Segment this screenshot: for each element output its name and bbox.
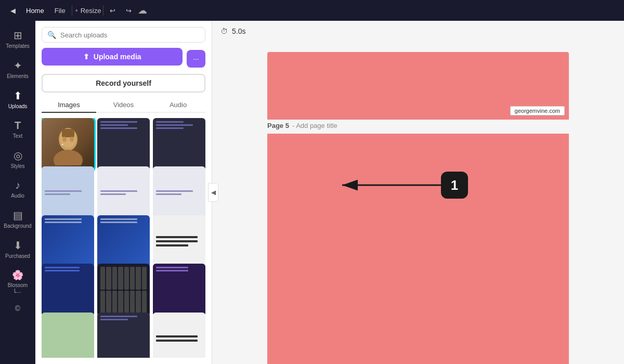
upload-panel: 🔍 ⬆ Upload media ··· Record yourself bbox=[35, 21, 212, 364]
more-options-button[interactable]: ··· bbox=[187, 50, 205, 68]
upload-label: Upload media bbox=[94, 53, 141, 61]
media-tabs: Images Videos Audio bbox=[42, 98, 205, 113]
purchased-label: Purchased bbox=[5, 253, 30, 259]
list-item[interactable] bbox=[153, 313, 205, 358]
more-options-icon: ··· bbox=[193, 55, 199, 63]
sidebar-item-purchased[interactable]: ⬇ Purchased bbox=[3, 235, 33, 263]
audio-icon: ♪ bbox=[15, 179, 20, 191]
icon-sidebar: ⊞ Templates ✦ Elements ⬆ Uploads T Text … bbox=[0, 21, 35, 364]
list-item[interactable]: ⬝ bbox=[42, 118, 94, 171]
background-label: Background bbox=[4, 223, 31, 229]
back-button[interactable]: ◀ bbox=[6, 5, 20, 17]
list-item[interactable] bbox=[97, 118, 150, 171]
templates-label: Templates bbox=[6, 43, 30, 49]
panel-collapse-button[interactable]: ◀ bbox=[208, 183, 218, 202]
sidebar-item-text[interactable]: T Text bbox=[3, 115, 33, 143]
list-item[interactable] bbox=[97, 166, 150, 219]
sidebar-item-audio[interactable]: ♪ Audio bbox=[3, 175, 33, 203]
page-label: Page 5 - Add page title bbox=[267, 122, 569, 129]
file-button[interactable]: File bbox=[50, 5, 70, 17]
thumbnail-screen5 bbox=[97, 313, 150, 358]
sidebar-item-background[interactable]: ▤ Background bbox=[3, 205, 33, 233]
topbar-nav: ◀ Home File ✦ Resize ↩ ↪ ☁ bbox=[6, 5, 147, 17]
upload-row: ⬆ Upload media ··· bbox=[42, 48, 205, 70]
thumbnail-gradient1 bbox=[42, 215, 94, 268]
thumbnail-light1 bbox=[42, 166, 94, 219]
elements-label: Elements bbox=[7, 73, 29, 79]
sidebar-item-uploads[interactable]: ⬆ Uploads bbox=[3, 85, 33, 113]
back-icon: ◀ bbox=[10, 7, 16, 15]
topbar: ◀ Home File ✦ Resize ↩ ↪ ☁ bbox=[0, 0, 624, 21]
redo-button[interactable]: ↪ bbox=[122, 5, 136, 17]
thumbnail-purple bbox=[153, 264, 205, 316]
list-item[interactable] bbox=[153, 166, 205, 219]
undo-button[interactable]: ↩ bbox=[106, 5, 120, 17]
list-item[interactable] bbox=[42, 264, 94, 316]
list-item[interactable] bbox=[42, 215, 94, 268]
list-item[interactable] bbox=[97, 215, 150, 268]
list-item[interactable] bbox=[153, 215, 205, 268]
sidebar-item-more[interactable]: © bbox=[3, 300, 33, 317]
upload-panel-wrapper: 🔍 ⬆ Upload media ··· Record yourself bbox=[35, 21, 212, 364]
watermark-text: georgemvine.com bbox=[510, 106, 565, 115]
page-number: Page 5 bbox=[267, 122, 289, 129]
text-icon: T bbox=[15, 120, 21, 132]
audio-label: Audio bbox=[11, 193, 24, 199]
resize-control[interactable]: ✦ Resize bbox=[74, 7, 101, 15]
upload-media-button[interactable]: ⬆ Upload media bbox=[42, 48, 183, 66]
cloud-icon: ☁ bbox=[138, 5, 147, 16]
tab-images[interactable]: Images bbox=[42, 98, 96, 113]
more-icon: © bbox=[15, 304, 20, 313]
styles-icon: ◎ bbox=[14, 149, 22, 162]
search-icon: 🔍 bbox=[47, 31, 56, 39]
svg-rect-3 bbox=[62, 129, 74, 137]
list-item[interactable] bbox=[153, 118, 205, 171]
sidebar-item-styles[interactable]: ◎ Styles bbox=[3, 145, 33, 173]
list-item[interactable] bbox=[97, 264, 150, 316]
home-label: Home bbox=[26, 7, 44, 15]
topbar-actions: ☁ bbox=[138, 5, 147, 16]
home-button[interactable]: Home bbox=[22, 5, 48, 17]
sidebar-item-blossom[interactable]: 🌸 Blossom L... bbox=[3, 265, 33, 298]
blossom-label: Blossom L... bbox=[5, 282, 31, 294]
resize-label: Resize bbox=[81, 7, 101, 15]
tab-videos[interactable]: Videos bbox=[96, 98, 151, 112]
separator bbox=[72, 5, 72, 16]
tab-audio[interactable]: Audio bbox=[151, 98, 205, 112]
sidebar-item-elements[interactable]: ✦ Elements bbox=[3, 55, 33, 83]
list-item[interactable] bbox=[97, 313, 150, 358]
thumbnail-light2 bbox=[97, 166, 150, 219]
list-item[interactable] bbox=[153, 264, 205, 316]
page-canvas-bottom[interactable] bbox=[267, 134, 569, 364]
list-item[interactable] bbox=[42, 166, 94, 219]
elements-icon: ✦ bbox=[14, 59, 22, 72]
thumbnail-gradient2 bbox=[97, 215, 150, 268]
main-layout: ⊞ Templates ✦ Elements ⬆ Uploads T Text … bbox=[0, 21, 624, 364]
search-input[interactable] bbox=[60, 31, 200, 39]
canvas-area: ⏱ 5.0s georgemvine.com Page 5 - Add page… bbox=[212, 21, 624, 364]
svg-point-1 bbox=[54, 150, 83, 165]
page-add-title: - Add page title bbox=[292, 122, 337, 129]
thumbnail-striped2 bbox=[153, 313, 205, 358]
upload-icon: ⬆ bbox=[83, 53, 89, 61]
styles-label: Styles bbox=[10, 163, 24, 169]
timer-icon: ⏱ bbox=[220, 27, 228, 35]
search-bar: 🔍 bbox=[42, 27, 205, 43]
text-label: Text bbox=[13, 133, 22, 139]
sidebar-item-templates[interactable]: ⊞ Templates bbox=[3, 25, 33, 53]
resize-star-icon: ✦ bbox=[74, 8, 79, 14]
list-item[interactable] bbox=[42, 313, 94, 358]
record-label: Record yourself bbox=[96, 79, 151, 87]
thumbnail-light3 bbox=[153, 166, 205, 219]
uploads-icon: ⬆ bbox=[14, 89, 22, 102]
thumbnail-blue1 bbox=[42, 264, 94, 316]
record-yourself-button[interactable]: Record yourself bbox=[42, 74, 205, 93]
thumbnail-striped1 bbox=[153, 215, 205, 268]
templates-icon: ⊞ bbox=[14, 29, 22, 42]
svg-point-5 bbox=[70, 137, 74, 142]
file-label: File bbox=[55, 7, 66, 15]
canvas-scroll[interactable]: georgemvine.com Page 5 - Add page title bbox=[212, 42, 624, 364]
timer-display: 5.0s bbox=[232, 27, 245, 35]
redo-icon: ↪ bbox=[126, 7, 132, 15]
thumbnail-face bbox=[42, 118, 94, 171]
